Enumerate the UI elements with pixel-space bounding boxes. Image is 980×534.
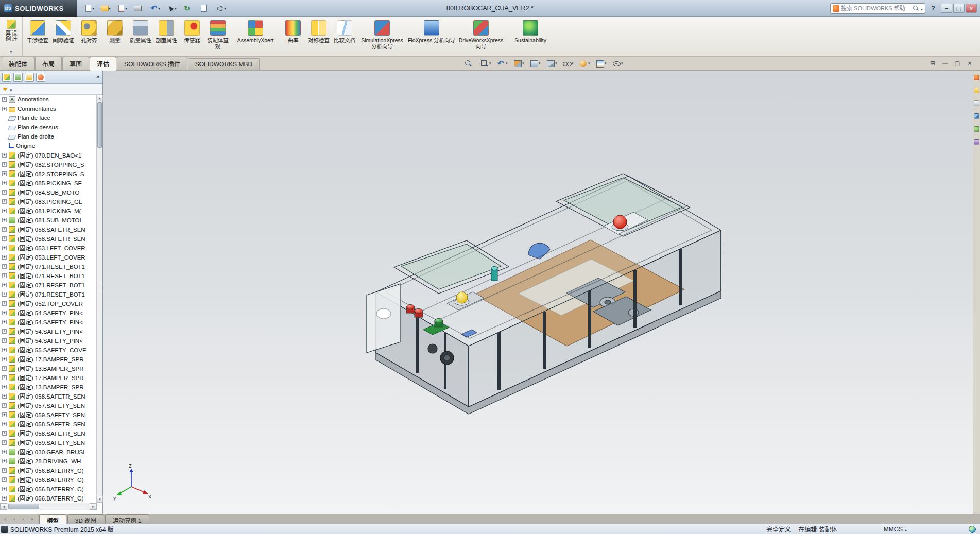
dropdown-caret-icon[interactable] <box>555 61 559 65</box>
expand-toggle-icon[interactable] <box>2 338 7 343</box>
command-tab[interactable]: SOLIDWORKS 插件 <box>117 57 187 70</box>
expand-toggle-icon[interactable] <box>2 181 7 185</box>
task-pane-tab-icon[interactable] <box>974 75 979 80</box>
quick-tool-button[interactable] <box>115 2 131 14</box>
ribbon-button[interactable]: 干涉检查 <box>25 18 50 55</box>
scrollbar-thumb[interactable] <box>97 102 102 148</box>
ribbon-button[interactable]: DriveWorksXpress 向导 <box>456 18 506 55</box>
ribbon-button[interactable]: AssemblyXpert <box>231 18 280 55</box>
tree-item[interactable]: (固定) 55.SAFETY_COVE <box>0 345 97 354</box>
expand-toggle-icon[interactable] <box>2 264 7 269</box>
tree-item[interactable]: (固定) 071.RESET_BOT1 <box>0 280 97 289</box>
ribbon-button[interactable]: SimulationXpress 分析向导 <box>357 18 407 55</box>
filter-caret-icon[interactable] <box>10 84 12 94</box>
tree-item[interactable]: (固定) 081.SUB_MOTOI <box>0 215 97 225</box>
tree-item[interactable]: (固定) 071.RESET_BOT1 <box>0 289 97 299</box>
expand-toggle-icon[interactable] <box>2 320 7 324</box>
tree-item[interactable]: (固定) 056.BATERRY_C( <box>0 493 97 503</box>
command-tab[interactable]: 布局 <box>35 57 62 70</box>
command-tab[interactable]: 评估 <box>90 57 116 71</box>
task-pane-tab-icon[interactable] <box>974 113 979 119</box>
view-tool-button[interactable] <box>594 58 609 69</box>
quick-tool-button[interactable] <box>198 2 213 14</box>
featuremanager-tab[interactable] <box>25 73 34 82</box>
window-button[interactable] <box>953 4 965 13</box>
tree-item[interactable]: (固定) 057.SAFETY_SEN <box>0 401 97 410</box>
dropdown-caret-icon[interactable] <box>109 6 113 11</box>
view-tool-button[interactable] <box>462 58 477 69</box>
scroll-up-icon[interactable] <box>97 95 103 101</box>
ribbon-button[interactable]: 传感器 <box>179 18 205 55</box>
expand-toggle-icon[interactable] <box>2 209 7 213</box>
document-window-button[interactable] <box>952 59 962 68</box>
tree-item[interactable]: Origine <box>0 141 97 150</box>
dropdown-caret-icon[interactable] <box>588 61 592 65</box>
dropdown-caret-icon[interactable] <box>522 61 526 65</box>
expand-toggle-icon[interactable] <box>2 487 7 491</box>
tree-item[interactable]: (固定) 083.PICKING_GE <box>0 197 97 206</box>
expand-toggle-icon[interactable] <box>2 431 7 436</box>
scrollbar-thumb[interactable] <box>8 504 39 509</box>
ribbon-button[interactable]: 对称检查 <box>306 18 332 55</box>
expand-toggle-icon[interactable] <box>2 366 7 371</box>
task-pane-tab-icon[interactable] <box>974 126 979 132</box>
help-search[interactable] <box>830 3 925 14</box>
tree-item[interactable]: (固定) 056.BATERRY_C( <box>0 484 97 493</box>
tree-item[interactable]: (固定) 13.BAMPER_SPR <box>0 382 97 391</box>
expand-toggle-icon[interactable] <box>2 477 7 482</box>
document-tab[interactable]: 运动算例 1 <box>105 514 149 524</box>
tree-item[interactable]: (固定) 54.SAFETY_PIN< <box>0 308 97 317</box>
expand-toggle-icon[interactable] <box>2 153 7 158</box>
tree-item[interactable]: (固定) 058.SAFETR_SEN <box>0 428 97 438</box>
tree-item[interactable]: (固定) 28.DRIVING_WH <box>0 456 97 466</box>
search-input[interactable] <box>841 5 911 11</box>
tree-item[interactable]: Commentaires <box>0 104 97 113</box>
dropdown-caret-icon[interactable] <box>158 6 162 11</box>
dropdown-caret-icon[interactable] <box>92 6 96 11</box>
featuremanager-tab[interactable] <box>36 73 45 82</box>
expand-toggle-icon[interactable] <box>2 403 7 408</box>
expand-toggle-icon[interactable] <box>2 375 7 380</box>
quick-tool-button[interactable] <box>181 2 197 14</box>
graphics-viewport[interactable]: Z X Y <box>103 71 973 514</box>
quick-tool-button[interactable] <box>82 2 98 14</box>
expand-toggle-icon[interactable] <box>2 301 7 306</box>
window-button[interactable] <box>966 4 977 13</box>
tree-item[interactable]: (固定) 058.SAFETR_SEN <box>0 419 97 428</box>
task-pane-tab-icon[interactable] <box>974 88 979 93</box>
tree-item[interactable]: (固定) 052.TOP_COVER <box>0 299 97 308</box>
tree-item[interactable]: (固定) 070.DEN_BAO<1 <box>0 150 97 160</box>
tree-item[interactable]: (固定) 071.RESET_BOT1 <box>0 271 97 280</box>
expand-toggle-icon[interactable] <box>2 246 7 250</box>
tree-item[interactable]: (固定) 059.SAFETY_SEN <box>0 438 97 447</box>
quick-tool-button[interactable] <box>165 2 180 14</box>
tree-horizontal-scrollbar[interactable] <box>0 503 97 510</box>
view-tool-button[interactable] <box>528 58 543 69</box>
expand-toggle-icon[interactable] <box>2 394 7 399</box>
tree-item[interactable]: (固定) 17.BAMPER_SPR <box>0 373 97 382</box>
expand-toggle-icon[interactable] <box>2 218 7 222</box>
dropdown-caret-icon[interactable] <box>175 6 179 11</box>
expand-toggle-icon[interactable] <box>2 227 7 232</box>
dropdown-caret-icon[interactable] <box>125 6 129 11</box>
status-units-button[interactable]: MMGS <box>884 526 903 533</box>
tree-item[interactable]: (固定) 056.BATERRY_C( <box>0 475 97 484</box>
ribbon-button[interactable]: 比较文档 <box>332 18 357 55</box>
ribbon-button[interactable]: 孔对齐 <box>76 18 102 55</box>
ribbon-button[interactable]: FloXpress 分析向导 <box>407 18 456 55</box>
document-window-button[interactable] <box>965 59 975 68</box>
scroll-right-icon[interactable] <box>90 503 97 510</box>
dropdown-caret-icon[interactable] <box>506 61 509 65</box>
tree-item[interactable]: Plan de dessus <box>0 123 97 132</box>
tree-item[interactable]: (固定) 54.SAFETY_PIN< <box>0 326 97 336</box>
document-window-button[interactable] <box>927 59 938 68</box>
expand-toggle-icon[interactable] <box>2 162 7 167</box>
search-icon[interactable] <box>913 5 919 12</box>
window-button[interactable] <box>941 4 952 13</box>
tree-item[interactable]: (固定) 081.PICKING_M( <box>0 206 97 215</box>
tree-item[interactable]: (固定) 085.PICKING_SE <box>0 178 97 187</box>
quick-tips-globe-icon[interactable] <box>969 526 976 533</box>
tree-item[interactable]: (固定) 030.GEAR_BRUSI <box>0 447 97 456</box>
tab-nav-button[interactable] <box>19 515 27 523</box>
tab-nav-button[interactable] <box>28 515 36 523</box>
